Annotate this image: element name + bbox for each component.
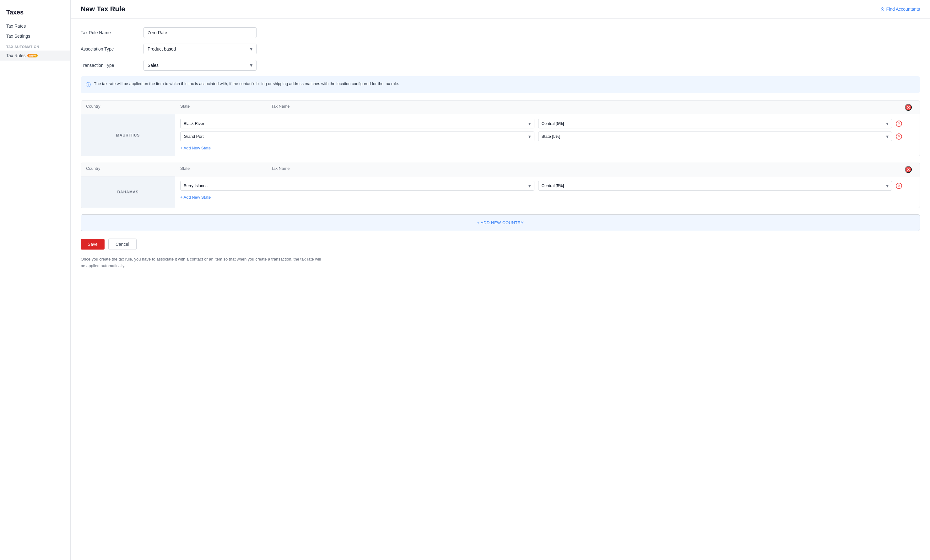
country-block-bahamas: Country State Tax Name ✕ BAHAMAS Berry bbox=[81, 163, 920, 208]
tax-rule-name-row: Tax Rule Name bbox=[81, 27, 920, 38]
sidebar-item-label: Tax Rules bbox=[6, 53, 25, 58]
transaction-type-select[interactable]: Sales Purchases bbox=[143, 60, 257, 71]
delete-berry-islands-button[interactable]: ✕ bbox=[896, 183, 902, 189]
save-button[interactable]: Save bbox=[81, 239, 105, 249]
black-river-select-wrapper: Black River ▼ bbox=[180, 118, 534, 128]
grand-port-tax-select-wrapper: State [5%] ▼ bbox=[538, 132, 892, 141]
page-title: New Tax Rule bbox=[81, 5, 125, 13]
mauritius-states-panel: Black River ▼ Central [5%] ▼ ✕ bbox=[175, 114, 907, 156]
state-row-grand-port: Grand Port ▼ State [5%] ▼ ✕ bbox=[180, 132, 902, 141]
association-type-row: Association Type Product based Contact b… bbox=[81, 44, 920, 54]
header-country-bahamas: Country bbox=[86, 166, 180, 173]
sidebar-item-tax-settings[interactable]: Tax Settings bbox=[0, 31, 70, 41]
info-icon: ⓘ bbox=[86, 81, 91, 89]
association-type-select[interactable]: Product based Contact based bbox=[143, 44, 257, 54]
delete-bahamas-button[interactable]: ✕ bbox=[905, 166, 912, 173]
association-type-select-wrapper: Product based Contact based ▼ bbox=[143, 44, 257, 54]
sidebar-section-tax-automation: TAX AUTOMATION bbox=[0, 41, 70, 51]
header-state-mauritius: State bbox=[180, 104, 271, 111]
add-country-button[interactable]: + ADD NEW COUNTRY bbox=[81, 214, 920, 231]
header-tax-bahamas: Tax Name bbox=[271, 166, 902, 173]
bahamas-country-cell: BAHAMAS bbox=[81, 176, 175, 208]
bahamas-header: Country State Tax Name ✕ bbox=[81, 163, 920, 176]
sidebar-item-tax-rules[interactable]: Tax Rules NEW bbox=[0, 51, 70, 61]
sidebar-title: Taxes bbox=[0, 6, 70, 21]
transaction-type-label: Transaction Type bbox=[81, 63, 143, 68]
action-buttons: Save Cancel bbox=[81, 238, 920, 250]
mauritius-body: MAURITIUS Black River ▼ Centra bbox=[81, 114, 920, 156]
add-state-mauritius-button[interactable]: + Add New State bbox=[180, 145, 211, 152]
info-box: ⓘ The tax rate will be applied on the it… bbox=[81, 76, 920, 93]
find-accountants-link[interactable]: Find Accountants bbox=[880, 6, 920, 12]
footer-note: Once you create the tax rule, you have t… bbox=[81, 256, 326, 269]
header-country-mauritius: Country bbox=[86, 104, 180, 111]
transaction-type-row: Transaction Type Sales Purchases ▼ bbox=[81, 60, 920, 71]
tax-rule-name-input[interactable] bbox=[143, 27, 257, 38]
grand-port-tax-select[interactable]: State [5%] bbox=[538, 132, 892, 141]
bahamas-name: BAHAMAS bbox=[117, 190, 139, 194]
person-icon bbox=[880, 7, 885, 12]
sidebar-nav-label: Tax Rates bbox=[6, 23, 26, 29]
state-row-black-river: Black River ▼ Central [5%] ▼ ✕ bbox=[180, 118, 902, 128]
grand-port-state-select[interactable]: Grand Port bbox=[180, 132, 534, 141]
header-state-bahamas: State bbox=[180, 166, 271, 173]
sidebar-nav-label: Tax Settings bbox=[6, 34, 30, 38]
bahamas-states-panel: Berry Islands ▼ Central [5%] ▼ ✕ bbox=[175, 176, 907, 208]
transaction-type-select-wrapper: Sales Purchases ▼ bbox=[143, 60, 257, 71]
sidebar-item-tax-rates[interactable]: Tax Rates bbox=[0, 21, 70, 31]
bahamas-body: BAHAMAS Berry Islands ▼ Centra bbox=[81, 176, 920, 208]
delete-black-river-button[interactable]: ✕ bbox=[896, 120, 902, 127]
grand-port-select-wrapper: Grand Port ▼ bbox=[180, 132, 534, 141]
berry-islands-select-wrapper: Berry Islands ▼ bbox=[180, 181, 534, 191]
berry-islands-tax-select-wrapper: Central [5%] ▼ bbox=[538, 181, 892, 191]
state-row-berry-islands: Berry Islands ▼ Central [5%] ▼ ✕ bbox=[180, 181, 902, 191]
black-river-tax-select[interactable]: Central [5%] bbox=[538, 118, 892, 128]
content-area: Tax Rule Name Association Type Product b… bbox=[71, 18, 930, 278]
delete-mauritius-button[interactable]: ✕ bbox=[905, 104, 912, 111]
country-block-mauritius: Country State Tax Name ✕ MAURITIUS Blac bbox=[81, 100, 920, 156]
tax-rule-name-label: Tax Rule Name bbox=[81, 30, 143, 35]
sidebar: Taxes Tax Rates Tax Settings TAX AUTOMAT… bbox=[0, 0, 71, 560]
topbar: New Tax Rule Find Accountants bbox=[71, 0, 930, 18]
cancel-button[interactable]: Cancel bbox=[108, 238, 137, 250]
berry-islands-tax-select[interactable]: Central [5%] bbox=[538, 181, 892, 191]
association-type-label: Association Type bbox=[81, 46, 143, 51]
header-tax-mauritius: Tax Name bbox=[271, 104, 902, 111]
mauritius-name: MAURITIUS bbox=[116, 133, 140, 137]
delete-grand-port-button[interactable]: ✕ bbox=[896, 134, 902, 140]
main-content: New Tax Rule Find Accountants Tax Rule N… bbox=[71, 0, 930, 560]
add-state-bahamas-button[interactable]: + Add New State bbox=[180, 194, 211, 201]
mauritius-country-cell: MAURITIUS bbox=[81, 114, 175, 156]
berry-islands-state-select[interactable]: Berry Islands bbox=[180, 181, 534, 191]
find-accountants-text: Find Accountants bbox=[886, 6, 920, 12]
svg-point-0 bbox=[882, 7, 883, 9]
info-text: The tax rate will be applied on the item… bbox=[94, 81, 399, 87]
mauritius-header: Country State Tax Name ✕ bbox=[81, 101, 920, 114]
black-river-tax-select-wrapper: Central [5%] ▼ bbox=[538, 118, 892, 128]
black-river-state-select[interactable]: Black River bbox=[180, 118, 534, 128]
new-badge: NEW bbox=[27, 54, 37, 57]
